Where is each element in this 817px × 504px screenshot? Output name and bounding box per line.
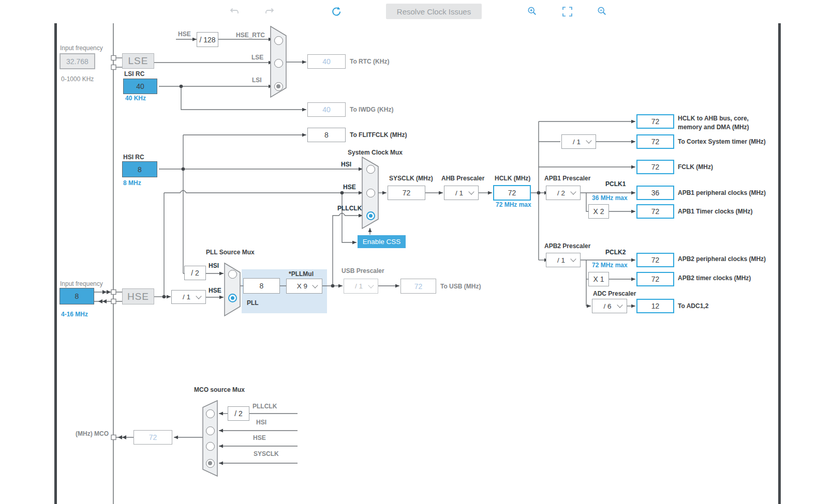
rtc-mux-radio-lsi[interactable]: [274, 82, 283, 91]
pll-mux-radio-hsi[interactable]: [228, 270, 237, 279]
mco-mux-input-label-hsi: HSI: [256, 419, 266, 426]
resolve-clock-issues-button[interactable]: Resolve Clock Issues: [386, 4, 482, 19]
adc-prescaler-dropdown[interactable]: / 6: [592, 299, 627, 313]
hse-divider-dropdown[interactable]: / 1: [171, 290, 206, 304]
apb2-prescaler-label: APB2 Prescaler: [544, 242, 590, 250]
hsi-rc-title: HSI RC: [123, 154, 144, 161]
pll-hsi-divider-box: / 2: [184, 266, 206, 280]
mco-mux-input-label-hse: HSE: [253, 434, 266, 441]
apb1-peripheral-label: APB1 peripheral clocks (MHz): [678, 189, 766, 196]
enable-css-button[interactable]: Enable CSS: [358, 235, 406, 248]
pll-mux-input-label-hse: HSE: [209, 287, 221, 294]
apb1-prescaler-label: APB1 Prescaler: [544, 175, 590, 182]
lse-block: LSE: [122, 53, 154, 69]
system-mux-input-label-hsi: HSI: [341, 161, 351, 168]
apb1-max-note: 36 MHz max: [592, 194, 628, 202]
apb2-timer-value-box[interactable]: 72: [636, 272, 674, 286]
to-rtc-value-box: 40: [307, 54, 346, 69]
system-mux-radio-pllclk[interactable]: [366, 211, 375, 220]
zoom-in-icon[interactable]: [527, 6, 538, 19]
apb2-peripheral-value-box[interactable]: 72: [636, 253, 674, 267]
hclk-max-note: 72 MHz max: [496, 201, 531, 208]
hse-input-frequency-label: Input frequency: [60, 280, 103, 287]
apb2-prescaler-dropdown[interactable]: / 1: [546, 253, 581, 267]
hse-pin-in: [111, 290, 116, 295]
apb1-timer-value-box[interactable]: 72: [636, 204, 674, 219]
hsi-rc-block: 8: [122, 161, 157, 177]
mco-pin: [111, 435, 116, 440]
zoom-out-icon[interactable]: [597, 6, 607, 19]
rtc-mux-input-label-lsi: LSI: [252, 77, 262, 84]
usb-prescaler-label: USB Prescaler: [341, 267, 384, 274]
hse-input-frequency-field[interactable]: 8: [60, 288, 94, 304]
adc-out-label: To ADC1,2: [678, 302, 708, 310]
to-flitfclk-value-box: 8: [307, 128, 346, 142]
rtc-mux-input-label-hse-rtc: HSE_RTC: [236, 32, 265, 39]
fit-screen-icon[interactable]: [562, 7, 572, 19]
mco-mux-radio-pllclk[interactable]: [206, 409, 215, 418]
hclk-ahb-label-line2: memory and DMA (MHz): [678, 124, 749, 131]
system-mux-input-label-hse: HSE: [343, 184, 356, 191]
mco-mux-input-label-sysclk: SYSCLK: [254, 450, 279, 457]
hclk-ahb-value-box[interactable]: 72: [636, 114, 674, 129]
pclk2-label: PCLK2: [605, 249, 626, 256]
apb1-prescaler-dropdown[interactable]: / 2: [546, 186, 581, 200]
redo-icon[interactable]: [264, 7, 275, 19]
pllmul-dropdown[interactable]: X 9: [286, 279, 322, 294]
undo-icon[interactable]: [229, 7, 240, 19]
mco-source-mux-title: MCO source Mux: [194, 386, 245, 393]
sysclk-label: SYSCLK (MHz): [389, 175, 433, 182]
hsi-freq-label: 8 MHz: [123, 179, 141, 187]
chevron-down-icon: [570, 256, 576, 262]
hclk-label: HCLK (MHz): [495, 175, 530, 182]
rtc-mux-input-label-lse: LSE: [251, 54, 263, 61]
system-clock-mux-title: System Clock Mux: [348, 149, 403, 156]
apb2-timer-multiplier-box: X 1: [588, 272, 609, 286]
system-mux-radio-hsi[interactable]: [366, 165, 375, 174]
chevron-down-icon: [196, 293, 201, 299]
cortex-timer-value-box[interactable]: 72: [636, 134, 674, 149]
lsi-rc-title: LSI RC: [124, 70, 144, 78]
apb1-peripheral-value-box[interactable]: 36: [636, 186, 674, 200]
mco-mux-radio-hse[interactable]: [206, 442, 215, 451]
apb2-max-note: 72 MHz max: [592, 262, 628, 269]
hse-block: HSE: [122, 288, 154, 304]
hse-rtc-source-label: HSE: [178, 30, 191, 38]
lsi-rc-block: 40: [123, 79, 157, 94]
lsi-freq-label: 40 KHz: [125, 95, 146, 102]
sysclk-value-box: 72: [388, 186, 425, 200]
to-usb-label: To USB (MHz): [440, 283, 481, 290]
mco-mux-radio-sysclk[interactable]: [206, 459, 215, 468]
adc-value-box[interactable]: 12: [636, 299, 674, 313]
mco-mux-input-label-pllclk: PLLCLK: [252, 403, 277, 410]
pll-label: PLL: [247, 299, 259, 307]
rtc-hse-divider-box: / 128: [197, 32, 218, 47]
hse-range-label: 4-16 MHz: [61, 311, 88, 318]
fclk-value-box[interactable]: 72: [636, 160, 674, 174]
cortex-prescaler-dropdown[interactable]: / 1: [561, 134, 596, 149]
mco-mux-radio-hsi[interactable]: [206, 426, 215, 435]
wiring-layer: [0, 0, 817, 504]
apb2-peripheral-label: APB2 peripheral clocks (MHz): [678, 255, 766, 263]
system-mux-radio-hse[interactable]: [366, 189, 375, 197]
to-flitfclk-label: To FLITFCLK (MHz): [350, 131, 407, 139]
system-mux-input-label-pllclk: PLLCLK: [337, 205, 362, 212]
ahb-prescaler-dropdown[interactable]: / 1: [444, 186, 479, 200]
rtc-mux-radio-hse-rtc[interactable]: [274, 36, 283, 45]
pll-mux-radio-hse[interactable]: [228, 294, 237, 302]
left-edge-bar: [54, 23, 57, 504]
chevron-down-icon: [468, 189, 474, 194]
chevron-down-icon: [368, 282, 374, 288]
pllmul-label: *PLLMul: [289, 270, 314, 278]
pll-mux-input-label-hsi: HSI: [209, 262, 219, 269]
apb1-timer-label: APB1 Timer clocks (MHz): [678, 208, 753, 215]
hse-pin-out: [111, 299, 116, 304]
chevron-down-icon: [586, 138, 591, 143]
lse-input-frequency-field: 32.768: [60, 53, 95, 69]
lse-pin-out: [111, 65, 116, 70]
rtc-mux-radio-lse[interactable]: [274, 59, 283, 68]
hclk-value-box[interactable]: 72: [493, 185, 531, 201]
usb-prescaler-dropdown: / 1: [344, 279, 378, 294]
chevron-down-icon: [617, 302, 622, 308]
reset-zoom-icon[interactable]: [331, 6, 342, 19]
